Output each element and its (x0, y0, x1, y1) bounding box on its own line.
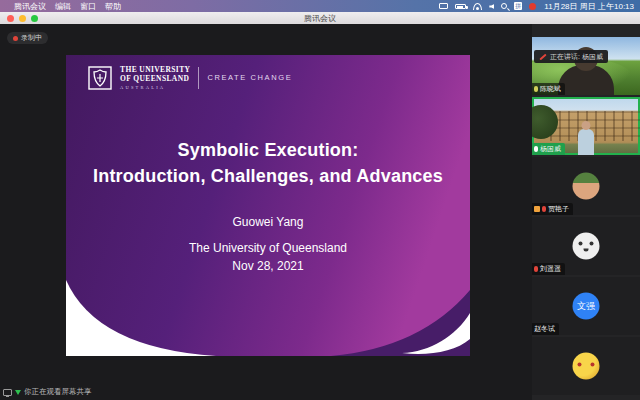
participant-avatar-tile[interactable] (532, 337, 640, 395)
participant-name: 贾艳子 (548, 204, 569, 214)
participant-silhouette (578, 129, 594, 155)
search-icon[interactable] (501, 3, 507, 9)
participant-name-chip: 赵冬试 (532, 323, 559, 335)
input-method-icon[interactable]: 拼 (514, 2, 522, 10)
participant-tiles: 陈晓斌 杨国威 贾艳子 (532, 37, 640, 395)
slide-title-line2: Introduction, Challenges, and Advances (66, 163, 470, 189)
volume-icon[interactable] (489, 4, 494, 9)
slide-title-line1: Symbolic Execution: (66, 137, 470, 163)
campus-building-background (550, 111, 640, 141)
uq-wordmark: THE UNIVERSITY OF QUEENSLAND AUSTRALIA (120, 65, 190, 90)
participant-name: 陈晓斌 (540, 84, 561, 94)
share-status-bar: 你正在观看屏幕共享 (3, 387, 92, 397)
avatar (573, 233, 600, 260)
battery-icon[interactable] (455, 4, 466, 9)
avatar (573, 353, 600, 380)
slide-date: Nov 28, 2021 (66, 259, 470, 273)
screen-mirroring-icon[interactable] (439, 3, 448, 9)
window-titlebar: 腾讯会议 (0, 12, 640, 24)
recording-pill[interactable]: 录制中 (7, 32, 48, 44)
mic-muted-icon (542, 206, 546, 212)
window-title: 腾讯会议 (0, 13, 640, 24)
mic-muted-icon (534, 266, 538, 272)
presentation-slide: THE UNIVERSITY OF QUEENSLAND AUSTRALIA C… (66, 55, 470, 356)
menu-help[interactable]: 帮助 (105, 1, 121, 12)
share-status-label: 你正在观看屏幕共享 (24, 387, 92, 397)
shared-screen-icon (3, 389, 12, 396)
uq-wordmark-line3: AUSTRALIA (120, 85, 190, 90)
menu-window[interactable]: 窗口 (80, 1, 96, 12)
participant-avatar-tile[interactable]: 刘遥遥 (532, 217, 640, 275)
recording-label: 录制中 (21, 33, 42, 43)
wifi-icon[interactable] (473, 3, 482, 10)
receiving-arrow-icon (15, 390, 21, 395)
participant-avatar-tile[interactable]: 文强 赵冬试 (532, 277, 640, 335)
recording-dot-icon (13, 36, 18, 41)
avatar-initials: 文强 (573, 293, 600, 320)
participant-video-tile-active-speaker[interactable]: 杨国威 (532, 97, 640, 155)
menubar-clock[interactable]: 11月28日 周日 上午10:13 (544, 1, 634, 12)
uq-crest-icon (88, 66, 112, 90)
mic-active-icon (534, 146, 538, 152)
participant-video-tile[interactable]: 陈晓斌 (532, 37, 640, 95)
raised-hand-icon (534, 206, 540, 212)
participant-avatar-tile[interactable]: 贾艳子 (532, 157, 640, 215)
meeting-status-icon[interactable] (529, 3, 536, 10)
slide-title: Symbolic Execution: Introduction, Challe… (66, 137, 470, 189)
slide-affiliation: The University of Queensland (66, 241, 470, 255)
speaking-toast: 正在讲话: 杨国威 (534, 50, 608, 63)
uq-logo: THE UNIVERSITY OF QUEENSLAND AUSTRALIA C… (88, 65, 292, 90)
participant-name: 杨国威 (540, 144, 561, 154)
menu-app[interactable]: 腾讯会议 (14, 1, 46, 12)
participants-sidebar: 正在讲话: 杨国威 陈晓斌 杨国威 (532, 24, 640, 400)
uq-wordmark-line1: THE UNIVERSITY (120, 65, 190, 74)
screen: 腾讯会议 编辑 窗口 帮助 拼 11月28日 周日 上午10:13 腾讯会议 录… (0, 0, 640, 400)
slide-author: Guowei Yang (66, 215, 470, 229)
participant-name-chip-speaking: 杨国威 (532, 143, 565, 155)
participant-name: 刘遥遥 (540, 264, 561, 274)
menu-bar: 腾讯会议 编辑 窗口 帮助 拼 11月28日 周日 上午10:13 (0, 0, 640, 12)
participant-name-chip: 贾艳子 (532, 203, 573, 215)
screen-share-stage: 录制中 (0, 24, 532, 400)
mic-icon (534, 86, 538, 92)
menu-edit[interactable]: 编辑 (55, 1, 71, 12)
logo-divider (198, 67, 199, 89)
avatar (573, 173, 600, 200)
participant-name-chip: 陈晓斌 (532, 83, 565, 95)
annotation-pen-icon (539, 53, 546, 60)
uq-wordmark-line2: OF QUEENSLAND (120, 74, 190, 83)
slide-background-art (66, 55, 470, 356)
speaking-toast-label: 正在讲话: 杨国威 (550, 52, 603, 62)
uq-tagline: CREATE CHANGE (207, 73, 292, 82)
participant-name-chip: 刘遥遥 (532, 263, 565, 275)
participant-name: 赵冬试 (534, 324, 555, 334)
